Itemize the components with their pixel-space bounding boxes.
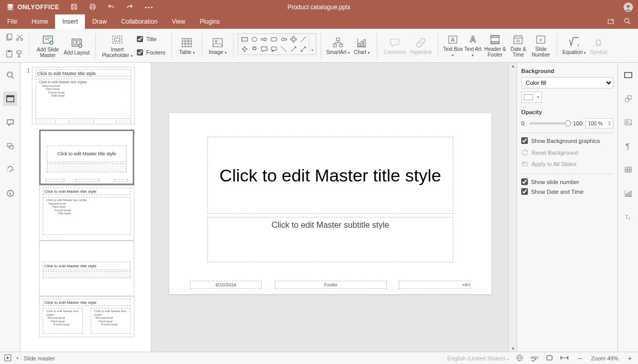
- opacity-spinner[interactable]: 100 % ▲▼: [586, 118, 613, 129]
- search-icon[interactable]: [624, 17, 631, 26]
- paragraph-settings-icon[interactable]: ¶: [621, 139, 635, 153]
- add-layout-button[interactable]: Add Layout: [62, 30, 91, 61]
- spellcheck-icon[interactable]: ABC: [530, 354, 539, 362]
- zoom-label[interactable]: Zoom 49%: [591, 355, 618, 361]
- layout-thumb-1[interactable]: Click to edit Master title style: [39, 130, 134, 185]
- play-menu-icon[interactable]: ▾: [16, 356, 19, 360]
- save-icon[interactable]: [70, 3, 78, 11]
- fit-slide-icon[interactable]: [546, 354, 553, 362]
- slide-thumbnails-panel[interactable]: 1 Click to edit Master title style Click…: [21, 63, 151, 352]
- master-title-placeholder[interactable]: Click to edit Master title style: [207, 137, 453, 214]
- image-button[interactable]: Image ▾: [206, 30, 229, 61]
- slides-panel-icon[interactable]: [3, 92, 17, 106]
- undo-icon[interactable]: [108, 3, 115, 11]
- menu-plugins[interactable]: Plugins: [192, 14, 227, 29]
- table-settings-icon[interactable]: [621, 162, 635, 177]
- smartart-button[interactable]: SmartArt ▾: [325, 30, 351, 61]
- shape-star-burst-icon[interactable]: [250, 45, 259, 53]
- title-checkbox[interactable]: Title: [137, 36, 165, 42]
- feedback-icon[interactable]: [3, 162, 17, 177]
- redo-icon[interactable]: [126, 3, 133, 11]
- text-art-button[interactable]: A Text Art ▾: [463, 30, 483, 61]
- master-subtitle-placeholder[interactable]: Click to edit Master subtitle style: [207, 217, 453, 262]
- fit-width-icon[interactable]: [560, 354, 569, 362]
- chart-button[interactable]: Chart ▾: [351, 30, 373, 61]
- zoom-in-button[interactable]: +: [626, 354, 634, 362]
- slide-number-button[interactable]: # Slide Number: [529, 30, 553, 61]
- paste-icon[interactable]: [4, 49, 14, 59]
- play-button[interactable]: [4, 354, 11, 362]
- shape-rect-icon[interactable]: [240, 35, 249, 44]
- language-select[interactable]: English (United States) ▾: [447, 355, 509, 361]
- shape-arrow-right-icon[interactable]: [260, 35, 269, 44]
- shape-star4-icon[interactable]: [240, 45, 249, 53]
- textart-settings-icon[interactable]: Tₐ: [621, 210, 635, 224]
- show-date-time-checkbox[interactable]: Show Date and Time: [521, 188, 613, 195]
- chart-settings-icon[interactable]: [621, 186, 635, 201]
- table-button[interactable]: Table ▾: [176, 30, 198, 61]
- insert-placeholder-button[interactable]: Insert Placeholder ▾: [100, 30, 135, 61]
- zoom-out-button[interactable]: −: [576, 354, 584, 362]
- about-icon[interactable]: [3, 186, 17, 201]
- menu-file[interactable]: File: [0, 14, 24, 29]
- shape-roundrect-icon[interactable]: [270, 35, 278, 44]
- master-thumb[interactable]: Click to edit Master title style Click t…: [32, 67, 135, 124]
- fill-color-button[interactable]: ▾: [521, 92, 542, 103]
- date-placeholder[interactable]: 6/10/2024: [190, 281, 262, 289]
- editor-canvas-area[interactable]: Click to edit Master title style Click t…: [151, 63, 517, 352]
- comments-icon[interactable]: [3, 115, 17, 130]
- layout-thumb-2[interactable]: Click to edit Master title style Click t…: [39, 185, 134, 241]
- shape-line-double-arrow-icon[interactable]: [299, 45, 308, 53]
- cut-icon[interactable]: [14, 32, 25, 43]
- footers-checkbox[interactable]: Footers: [137, 49, 165, 56]
- spellcheck-lang-icon[interactable]: [516, 354, 523, 362]
- shape-plus-icon[interactable]: [289, 35, 298, 44]
- shape-callout-round-icon[interactable]: [270, 45, 278, 53]
- show-slide-number-checkbox[interactable]: Show slide number: [521, 178, 613, 185]
- menu-draw[interactable]: Draw: [85, 14, 114, 29]
- user-avatar[interactable]: [624, 3, 633, 12]
- svg-rect-38: [359, 43, 360, 47]
- svg-point-61: [10, 191, 11, 192]
- menu-insert[interactable]: Insert: [55, 14, 85, 29]
- opacity-slider[interactable]: [529, 122, 568, 124]
- find-icon[interactable]: [3, 68, 17, 82]
- shape-line-arrow-icon[interactable]: [289, 45, 298, 53]
- format-painter-icon[interactable]: [14, 49, 25, 59]
- copy-icon[interactable]: [4, 32, 14, 43]
- date-time-button[interactable]: 31 Date & Time: [507, 30, 529, 61]
- chat-icon[interactable]: [3, 139, 17, 153]
- shape-line-icon[interactable]: [299, 35, 308, 44]
- more-icon[interactable]: •••: [145, 4, 154, 10]
- shapes-expand-icon[interactable]: ▾: [309, 35, 315, 53]
- scroll-down-icon[interactable]: ▾: [510, 345, 516, 352]
- shape-line2-icon[interactable]: [279, 45, 288, 53]
- equation-button[interactable]: x Equation ▾: [561, 30, 587, 61]
- slider-knob[interactable]: [565, 120, 571, 126]
- vertical-scrollbar[interactable]: ▴ ▾: [508, 63, 517, 352]
- shape-arrow-left-icon[interactable]: [279, 35, 288, 44]
- text-box-button[interactable]: A Text Box ▾: [442, 30, 463, 61]
- slide-canvas[interactable]: Click to edit Master title style Click t…: [169, 113, 491, 294]
- fill-type-select[interactable]: Color fill: [521, 77, 613, 88]
- show-bg-graphics-checkbox[interactable]: Show Background graphics: [521, 137, 613, 144]
- svg-rect-78: [547, 356, 552, 360]
- header-footer-button[interactable]: Header & Footer: [483, 30, 507, 61]
- print-icon[interactable]: [89, 3, 96, 11]
- layout-thumb-3[interactable]: Click to edit Master title style: [39, 241, 134, 296]
- menu-home[interactable]: Home: [24, 14, 55, 29]
- slidenum-placeholder[interactable]: <#>: [399, 281, 471, 289]
- menu-collaboration[interactable]: Collaboration: [114, 14, 165, 29]
- shape-settings-icon[interactable]: [621, 92, 635, 106]
- shapes-gallery[interactable]: ▾: [238, 30, 316, 61]
- shape-ellipse-icon[interactable]: [250, 35, 259, 44]
- footer-placeholder[interactable]: Footer: [275, 281, 387, 289]
- slide-settings-icon[interactable]: [621, 68, 635, 82]
- shape-callout-icon[interactable]: [260, 45, 269, 53]
- menu-view[interactable]: View: [165, 14, 192, 29]
- open-location-icon[interactable]: [607, 17, 614, 26]
- scroll-up-icon[interactable]: ▴: [510, 63, 516, 69]
- add-slide-master-button[interactable]: Add Slide Master: [33, 30, 62, 61]
- layout-thumb-4[interactable]: Click to edit Master title style Click t…: [39, 296, 134, 337]
- image-settings-icon[interactable]: [621, 115, 635, 130]
